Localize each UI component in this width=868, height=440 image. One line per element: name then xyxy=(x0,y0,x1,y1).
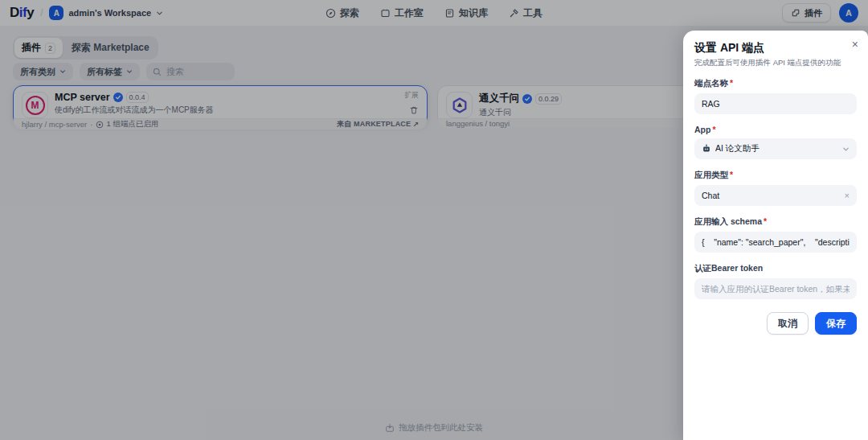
schema-group: 应用输入 schema* xyxy=(694,216,857,253)
app-robot-icon xyxy=(702,144,711,154)
required-mark: * xyxy=(764,216,767,226)
endpoint-name-input[interactable] xyxy=(694,93,857,114)
required-mark: * xyxy=(730,78,733,88)
chevron-down-icon xyxy=(842,146,850,153)
app-type-value: Chat xyxy=(702,191,841,200)
app-group: App* AI 论文助手 xyxy=(694,125,857,159)
schema-label: 应用输入 schema* xyxy=(694,216,857,228)
app-type-group: 应用类型* Chat × xyxy=(694,170,857,206)
schema-input[interactable] xyxy=(694,232,857,253)
app-select[interactable]: AI 论文助手 xyxy=(694,138,857,159)
bearer-token-group: 认证Bearer token xyxy=(694,263,857,299)
modal-actions: 取消 保存 xyxy=(694,312,857,335)
bearer-token-label: 认证Bearer token xyxy=(694,263,857,274)
app-label: App* xyxy=(694,125,857,134)
required-mark: * xyxy=(712,125,715,134)
cancel-button[interactable]: 取消 xyxy=(767,312,809,335)
modal-title: 设置 API 端点 xyxy=(694,40,857,55)
app-select-value: AI 论文助手 xyxy=(715,143,838,154)
app-type-label: 应用类型* xyxy=(694,170,857,181)
bearer-token-input[interactable] xyxy=(694,278,857,299)
endpoint-name-label: 端点名称* xyxy=(694,78,857,89)
save-button[interactable]: 保存 xyxy=(815,312,857,335)
required-mark: * xyxy=(730,170,733,179)
endpoint-name-group: 端点名称* xyxy=(694,78,857,114)
app-type-field[interactable]: Chat × xyxy=(694,185,857,206)
api-endpoint-modal: 设置 API 端点 × 完成配置后可使用插件 API 端点提供的功能 端点名称*… xyxy=(683,31,868,440)
close-icon[interactable]: × xyxy=(852,39,858,50)
modal-subtitle: 完成配置后可使用插件 API 端点提供的功能 xyxy=(694,57,857,68)
